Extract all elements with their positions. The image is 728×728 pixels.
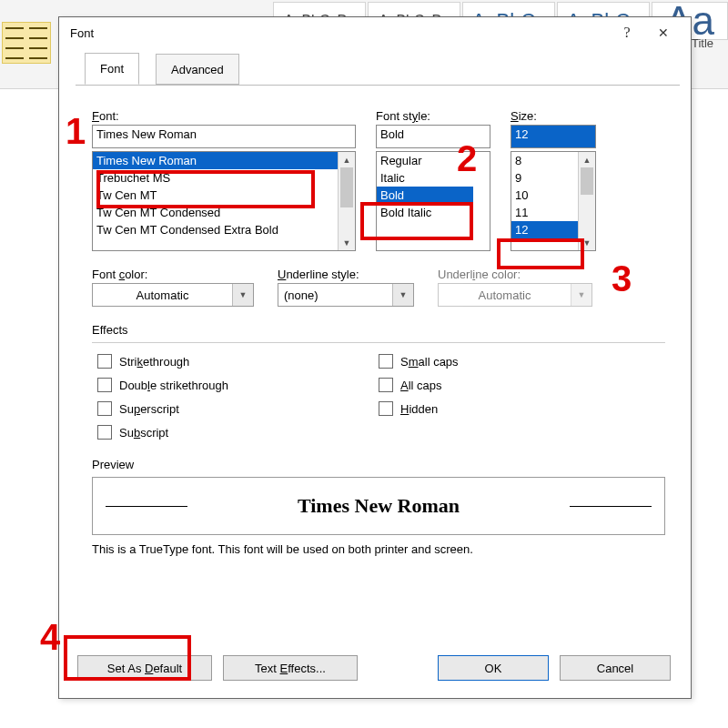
chevron-down-icon[interactable]: ▼ [232, 284, 253, 306]
list-item[interactable]: Regular [377, 152, 473, 169]
list-item[interactable]: Bold [377, 187, 473, 204]
underline-combo[interactable]: (none) ▼ [278, 283, 414, 307]
underlinecolor-label: Underline color: [438, 268, 592, 281]
list-item[interactable]: 10 [511, 187, 579, 204]
style-label: Title [692, 36, 713, 50]
underlinecolor-combo: Automatic ▼ [438, 283, 592, 307]
list-item[interactable]: Times New Roman [93, 152, 339, 169]
preview-text: Times New Roman [298, 494, 460, 518]
fontstyle-input[interactable]: Bold [376, 125, 490, 148]
checkbox-superscript[interactable]: Superscript [97, 401, 379, 416]
size-list[interactable]: 8 9 10 11 12 ▲▼ [511, 151, 596, 251]
list-item[interactable]: 8 [511, 152, 579, 169]
ok-button[interactable]: OK [438, 655, 549, 681]
tab-font[interactable]: Font [85, 53, 139, 85]
set-default-button[interactable]: Set As Default [77, 655, 212, 681]
preview-header: Preview [92, 458, 665, 471]
font-dialog: Font ? ✕ Font Advanced Font: Times New R… [58, 16, 692, 699]
list-item[interactable]: 9 [511, 169, 579, 187]
fontstyle-label: Font style: [376, 109, 490, 123]
list-item[interactable]: Trebuchet MS [93, 169, 339, 187]
size-input[interactable]: 12 [511, 125, 596, 148]
size-label: Size: [511, 109, 596, 123]
underline-label: Underline style: [278, 268, 414, 281]
checkbox-hidden[interactable]: Hidden [379, 401, 660, 416]
chevron-down-icon: ▼ [571, 284, 592, 306]
fontstyle-list[interactable]: Regular Italic Bold Bold Italic [376, 151, 490, 251]
tab-advanced[interactable]: Advanced [156, 54, 239, 85]
fontcolor-label: Font color: [92, 268, 254, 281]
checkbox-subscript[interactable]: Subscript [97, 425, 379, 440]
checkbox-smallcaps[interactable]: Small caps [379, 354, 660, 369]
list-item[interactable]: Italic [377, 169, 473, 187]
text-effects-button[interactable]: Text Effects... [223, 655, 358, 681]
checkbox-doublestrike[interactable]: Double strikethrough [97, 378, 379, 392]
close-icon[interactable]: ✕ [645, 19, 682, 46]
annotation-4: 4 [40, 619, 60, 655]
chevron-down-icon[interactable]: ▼ [392, 284, 413, 306]
list-item[interactable]: Tw Cen MT Condensed Extra Bold [93, 221, 339, 238]
dialog-title: Font [68, 26, 94, 40]
preview-box: Times New Roman [92, 477, 665, 535]
checkbox-strikethrough[interactable]: Strikethrough [97, 354, 379, 369]
list-item[interactable]: 12 [511, 221, 579, 238]
font-list[interactable]: Times New Roman Trebuchet MS Tw Cen MT T… [92, 151, 356, 251]
list-item[interactable]: Tw Cen MT [93, 187, 339, 204]
fontcolor-combo[interactable]: Automatic ▼ [92, 283, 254, 307]
list-item[interactable]: Tw Cen MT Condensed [93, 204, 339, 221]
cancel-button[interactable]: Cancel [560, 655, 671, 681]
effects-header: Effects [92, 323, 665, 337]
font-input[interactable]: Times New Roman [92, 125, 356, 148]
font-label: Font: [92, 109, 356, 123]
list-item[interactable]: 11 [511, 204, 579, 221]
font-description: This is a TrueType font. This font will … [92, 542, 665, 556]
checkbox-allcaps[interactable]: All caps [379, 378, 660, 392]
list-item[interactable]: Bold Italic [377, 204, 473, 221]
help-icon[interactable]: ? [609, 19, 645, 46]
